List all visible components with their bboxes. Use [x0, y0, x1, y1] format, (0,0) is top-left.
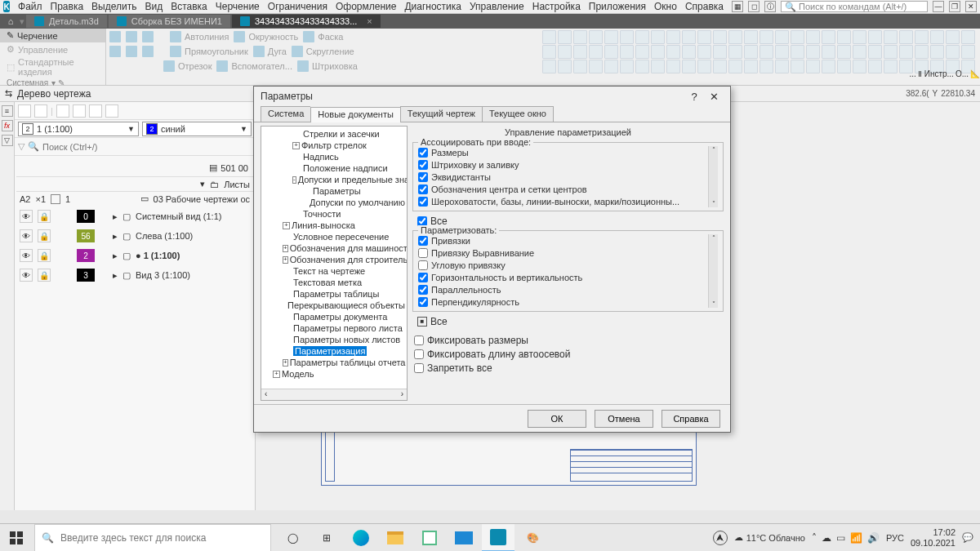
grid-icon[interactable]: ▦	[732, 1, 743, 12]
expand-icon[interactable]: +	[283, 245, 288, 252]
check-option[interactable]: Обозначения центра и сетки центров	[418, 183, 708, 195]
view-row[interactable]: 👁 🔒 3 ▸ ▢ Вид 3 (1:100)	[16, 266, 253, 284]
dialog-tab-newdocs[interactable]: Новые документы	[310, 107, 400, 122]
cortana-button[interactable]: ⊞	[310, 524, 343, 552]
tool-aux[interactable]: Вспомогател...	[216, 60, 292, 72]
dialog-help-button[interactable]: ?	[684, 89, 704, 104]
ribbon-tool-icon[interactable]	[806, 30, 820, 44]
color-combo[interactable]: 2 синий▼	[142, 122, 252, 136]
ribbon-tool-icon[interactable]	[542, 60, 556, 73]
tree-node[interactable]: Параметры документа	[263, 311, 405, 322]
paint-app[interactable]: 🎨	[516, 524, 549, 552]
tree-node[interactable]: Параметризация	[263, 345, 405, 357]
tree-node[interactable]: Надпись	[263, 151, 405, 162]
scale-combo[interactable]: 2 1 (1:100)▼	[18, 122, 139, 136]
ribbon-tool-icon[interactable]	[682, 45, 696, 59]
ribbon-tool-icon[interactable]	[697, 60, 711, 73]
dialog-tab-system[interactable]: Система	[261, 106, 310, 122]
ribbon-tool-icon[interactable]	[915, 30, 929, 44]
ribbon-tool-icon[interactable]	[791, 60, 804, 73]
doc-tab-2[interactable]: Сборка БЕЗ ИМЕНИ1	[109, 15, 230, 28]
ribbon-tool-icon[interactable]	[884, 60, 898, 73]
tree-tool-3[interactable]	[56, 104, 69, 118]
dialog-tab-current-drawing[interactable]: Текущий чертеж	[400, 106, 482, 122]
info-icon[interactable]: ⓘ	[764, 1, 776, 12]
check-option[interactable]: Фиксировать размеры	[414, 334, 722, 346]
menu-select[interactable]: Выделить	[91, 1, 136, 12]
tool-chamfer[interactable]: Фаска	[303, 31, 343, 42]
check-option[interactable]: Фиксировать длину автоосевой	[414, 348, 722, 360]
ribbon-tool-icon[interactable]	[620, 60, 634, 73]
visibility-toggle[interactable]: 👁	[20, 210, 33, 223]
ribbon-tool-icon[interactable]	[822, 45, 835, 59]
ribbon-tool-icon[interactable]	[961, 30, 975, 44]
scrollbar[interactable]: ˄˅	[708, 234, 718, 308]
mini-panel-2[interactable]: Ⅱ Инстр...	[918, 69, 954, 78]
sheet-row[interactable]: A2 ×1 1 ▭ 03 Рабочие чертежи ос	[16, 192, 253, 206]
check-option[interactable]: Привязку Выравнивание	[418, 247, 708, 259]
lock-toggle[interactable]: 🔒	[38, 229, 51, 242]
tool-new[interactable]	[109, 31, 121, 42]
ribbon-tool-icon[interactable]	[791, 30, 804, 44]
lock-toggle[interactable]: 🔒	[38, 269, 51, 282]
ribbon-tool-icon[interactable]	[728, 45, 742, 59]
view-row[interactable]: 👁 🔒 2 ▸ ▢ ● 1 (1:100)	[16, 247, 253, 264]
ribbon-tool-icon[interactable]	[589, 45, 603, 59]
ribbon-tool-icon[interactable]	[806, 45, 820, 59]
visibility-toggle[interactable]: 👁	[20, 269, 33, 282]
ribbon-tool-icon[interactable]	[853, 60, 866, 73]
mini-panel-4[interactable]: 📐	[970, 69, 980, 78]
ribbon-tool-icon[interactable]	[744, 30, 758, 44]
tool-save[interactable]	[142, 31, 154, 42]
ribbon-tool-icon[interactable]	[868, 45, 882, 59]
window-icon[interactable]: ◻	[748, 1, 760, 12]
dialog-tree[interactable]: Стрелки и засечки+Фильтр стрелокНадписьП…	[261, 126, 408, 401]
expand-icon[interactable]: +	[292, 142, 300, 149]
ribbon-tool-icon[interactable]	[884, 45, 898, 59]
language-indicator[interactable]: РУС	[886, 533, 904, 543]
ribbon-tool-icon[interactable]	[760, 45, 773, 59]
tree-tool-4[interactable]	[73, 104, 86, 118]
explorer-app[interactable]	[379, 524, 412, 552]
ribbon-tool-icon[interactable]	[558, 45, 572, 59]
menu-constraints[interactable]: Ограничения	[268, 1, 327, 12]
rail-btn-1[interactable]: ≡	[2, 105, 13, 117]
ribbon-tool-icon[interactable]	[651, 30, 665, 44]
ribbon-tool-icon[interactable]	[837, 45, 851, 59]
clock[interactable]: 17:02 09.10.2021	[911, 527, 956, 547]
tree-search[interactable]: ▽ 🔍	[15, 138, 255, 156]
ribbon-tool-icon[interactable]	[697, 30, 711, 44]
ribbon-tool-icon[interactable]	[775, 60, 789, 73]
tree-tool-5[interactable]	[89, 104, 102, 118]
ribbon-tool-icon[interactable]	[589, 30, 603, 44]
lock-toggle[interactable]: 🔒	[38, 210, 51, 223]
ribbon-tool-icon[interactable]	[635, 45, 649, 59]
tree-node[interactable]: Положение надписи	[263, 162, 405, 174]
tool-segment[interactable]: Отрезок	[163, 60, 212, 72]
tree-node[interactable]: Параметры новых листов	[263, 334, 405, 345]
check-option[interactable]: Размеры	[418, 146, 708, 158]
ribbon-tool-icon[interactable]	[558, 30, 572, 44]
ribbon-tool-icon[interactable]	[791, 45, 804, 59]
taskbar-search[interactable]: 🔍 Введите здесь текст для поиска	[34, 524, 271, 552]
ribbon-tool-icon[interactable]	[635, 30, 649, 44]
tool-autoline[interactable]: Автолиния	[170, 31, 229, 42]
ribbon-tool-icon[interactable]	[604, 45, 618, 59]
ribbon-tool-icon[interactable]	[884, 30, 898, 44]
check-option[interactable]: Угловую привязку	[418, 259, 708, 271]
command-search[interactable]: 🔍Поиск по командам (Alt+/)	[781, 1, 928, 12]
menu-help[interactable]: Справка	[685, 1, 724, 12]
mini-panel-3[interactable]: О...	[956, 69, 969, 78]
visibility-toggle[interactable]: 👁	[20, 229, 33, 242]
expand-icon[interactable]: ▸	[113, 251, 118, 261]
menu-insert[interactable]: Вставка	[171, 1, 207, 12]
tree-node[interactable]: +Фильтр стрелок	[263, 140, 405, 151]
ribbon-tool-icon[interactable]	[822, 60, 835, 73]
ribbon-tool-icon[interactable]	[620, 45, 634, 59]
ribbon-tool-icon[interactable]	[697, 45, 711, 59]
ribbon-tool-icon[interactable]	[573, 60, 587, 73]
tool-undo[interactable]	[126, 46, 137, 57]
ribbon-tool-icon[interactable]	[899, 30, 913, 44]
expand-icon[interactable]: +	[273, 371, 280, 378]
ribbon-tool-icon[interactable]	[573, 30, 587, 44]
